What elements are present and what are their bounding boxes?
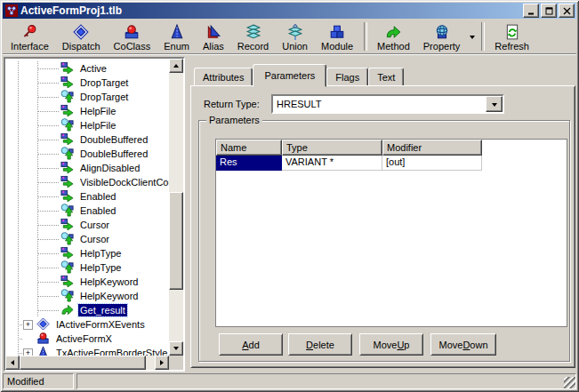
tree-connector-lines bbox=[5, 147, 60, 161]
return-type-value[interactable]: HRESULT bbox=[273, 96, 486, 112]
move-down-button[interactable]: Move Down bbox=[430, 333, 496, 356]
tree-item-label: HelpType bbox=[78, 261, 123, 274]
tree-item[interactable]: HelpKeyword bbox=[5, 275, 169, 289]
add-button[interactable]: Add bbox=[219, 333, 283, 356]
tree-item[interactable]: HelpType bbox=[5, 260, 169, 275]
tree-item[interactable]: ActiveFormX bbox=[5, 332, 169, 346]
tree-item[interactable]: DoubleBuffered bbox=[5, 147, 169, 161]
tree-vertical-scrollbar[interactable] bbox=[169, 59, 183, 356]
toolbar-button-dispatch[interactable]: Dispatch bbox=[56, 20, 107, 52]
grid-cell-type[interactable]: VARIANT * bbox=[282, 156, 382, 171]
tree-item[interactable]: IActiveFormXEvents bbox=[5, 317, 169, 332]
tree-item-label: Enabled bbox=[78, 204, 117, 217]
property-get-icon bbox=[60, 132, 74, 146]
tree-item-icon bbox=[60, 76, 76, 90]
title-bar[interactable]: ActiveFormProj1.tlb bbox=[3, 3, 576, 19]
tree-item[interactable]: VisibleDockClientCount bbox=[5, 175, 169, 189]
tree-item[interactable]: HelpFile bbox=[5, 104, 169, 118]
tree-item[interactable]: TxActiveFormBorderStyle bbox=[5, 346, 169, 356]
move-up-button[interactable]: Move Up bbox=[359, 333, 423, 356]
toolbar-label: Dispatch bbox=[62, 41, 101, 52]
tree-item-label: TxActiveFormBorderStyle bbox=[54, 347, 169, 356]
column-header-name: Name bbox=[216, 140, 282, 156]
tree-expand-toggle[interactable] bbox=[23, 348, 33, 356]
toolbar-separator bbox=[481, 22, 485, 51]
dispatch-icon bbox=[73, 24, 89, 40]
status-message: Modified bbox=[7, 376, 44, 387]
horizontal-scroll-thumb[interactable] bbox=[20, 356, 146, 370]
tree-connector-lines bbox=[5, 246, 60, 260]
tree-connector-lines bbox=[5, 118, 60, 132]
scroll-right-button[interactable] bbox=[155, 356, 169, 370]
toolbar-button-refresh[interactable]: Refresh bbox=[488, 20, 535, 52]
maximize-button[interactable] bbox=[541, 4, 557, 18]
toolbar-separator bbox=[364, 22, 367, 51]
tree-item[interactable]: HelpKeyword bbox=[5, 289, 169, 303]
tab-parameters[interactable]: Parameters bbox=[253, 64, 326, 87]
tree-item[interactable]: DoubleBuffered bbox=[5, 132, 169, 147]
toolbar-button-module[interactable]: Module bbox=[315, 20, 359, 52]
tree-expand-toggle[interactable] bbox=[23, 320, 33, 330]
toolbar-button-union[interactable]: Union bbox=[276, 20, 314, 52]
toolbar-label: CoClass bbox=[114, 41, 151, 52]
property-dropdown-arrow[interactable] bbox=[467, 21, 478, 52]
chevron-down-icon bbox=[470, 36, 475, 42]
combo-dropdown-button[interactable] bbox=[486, 96, 503, 112]
tree-item-icon bbox=[36, 346, 52, 356]
toolbar-button-interface[interactable]: Interface bbox=[4, 20, 55, 52]
tree-item-label: HelpFile bbox=[78, 119, 117, 132]
tab-attributes[interactable]: Attributes bbox=[194, 68, 253, 86]
tree-item[interactable]: DropTarget bbox=[5, 76, 169, 90]
scroll-down-button[interactable] bbox=[169, 341, 183, 356]
tab-flags[interactable]: Flags bbox=[326, 68, 368, 86]
tree-item[interactable]: Enabled bbox=[5, 189, 169, 204]
resize-grip[interactable] bbox=[564, 377, 575, 388]
minimize-button[interactable] bbox=[523, 4, 539, 18]
tree-item[interactable]: HelpFile bbox=[5, 118, 169, 132]
tree-item-label: Cursor bbox=[78, 219, 111, 231]
tree-horizontal-scrollbar[interactable] bbox=[5, 356, 169, 370]
tree-item-label: DoubleBuffered bbox=[78, 133, 149, 146]
tree-item[interactable]: Active bbox=[5, 61, 169, 76]
tree-item-icon bbox=[60, 132, 76, 147]
application-window: ActiveFormProj1.tlb Interface Dispatch bbox=[0, 0, 579, 392]
close-button[interactable] bbox=[559, 4, 575, 18]
grid-cell-name[interactable]: Res bbox=[216, 156, 282, 171]
scroll-left-button[interactable] bbox=[5, 356, 20, 370]
tree-item-icon bbox=[60, 218, 76, 232]
property-get-icon bbox=[60, 104, 74, 117]
tree-connector-lines bbox=[5, 317, 23, 332]
tab-text[interactable]: Text bbox=[368, 68, 404, 86]
grid-header-row: Name Type Modifier bbox=[216, 140, 567, 156]
scroll-up-button[interactable] bbox=[169, 59, 183, 73]
tree-item[interactable]: DropTarget bbox=[5, 90, 169, 104]
tree-item[interactable]: Get_result bbox=[5, 303, 169, 317]
tree-item-icon bbox=[60, 118, 76, 132]
grid-cell-modifier[interactable]: [out] bbox=[382, 156, 482, 171]
vertical-scroll-thumb[interactable] bbox=[169, 192, 183, 290]
tree-item[interactable]: HelpType bbox=[5, 246, 169, 260]
toolbar-button-enum[interactable]: Enum bbox=[157, 20, 196, 52]
toolbar-button-record[interactable]: Record bbox=[231, 20, 275, 52]
enum-icon bbox=[169, 24, 185, 40]
tree-connector-lines bbox=[5, 275, 60, 289]
toolbar-button-method[interactable]: Method bbox=[371, 20, 416, 52]
tree-item[interactable]: Enabled bbox=[5, 204, 169, 218]
coclass-icon bbox=[124, 24, 140, 40]
tree-item-label: HelpKeyword bbox=[78, 276, 140, 288]
tree-item[interactable]: AlignDisabled bbox=[5, 161, 169, 175]
toolbar-button-property[interactable]: Property bbox=[417, 20, 467, 52]
tree-item[interactable]: Cursor bbox=[5, 218, 169, 232]
window-title: ActiveFormProj1.tlb bbox=[20, 4, 521, 17]
method-icon bbox=[385, 24, 401, 40]
delete-button[interactable]: Delete bbox=[288, 333, 352, 356]
tree-item-icon bbox=[60, 232, 76, 246]
tree-item-label: ActiveFormX bbox=[54, 332, 114, 345]
tree-item[interactable]: Cursor bbox=[5, 232, 169, 246]
coclass-icon bbox=[36, 332, 50, 345]
toolbar-button-alias[interactable]: Alias bbox=[197, 20, 230, 52]
column-header-modifier: Modifier bbox=[382, 140, 482, 156]
return-type-combobox[interactable]: HRESULT bbox=[271, 94, 504, 114]
toolbar-button-coclass[interactable]: CoClass bbox=[108, 20, 157, 52]
tree-item-icon bbox=[60, 289, 76, 303]
